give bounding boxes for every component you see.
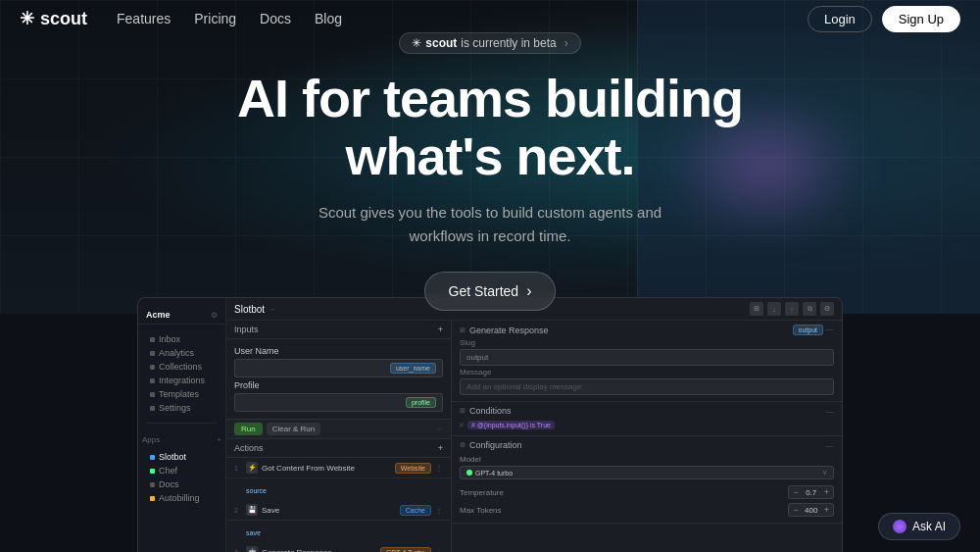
action-1-more[interactable]: ⋮ [435, 464, 443, 473]
chef-icon [150, 469, 155, 474]
inputs-label: Inputs [234, 325, 259, 334]
profile-field[interactable]: profile [234, 393, 443, 412]
toolbar-icon-1[interactable]: ⊞ [750, 302, 763, 316]
autobilling-label: Autobilling [159, 493, 200, 503]
hero-subtitle: Scout gives you the tools to build custo… [314, 201, 666, 248]
action-2[interactable]: 2 💾 Save Cache ⋮ [226, 500, 451, 521]
app-preview: Acme ⚙ Inbox Analytics Collections Integ… [137, 297, 843, 552]
inputs-add[interactable]: + [438, 325, 443, 334]
output-badge: output [793, 325, 823, 335]
sidebar-nav: Inbox Analytics Collections Integrations… [138, 328, 225, 419]
inbox-label: Inbox [159, 334, 180, 344]
action-2-name: Save [262, 506, 396, 515]
sidebar-item-settings[interactable]: Settings [146, 401, 218, 415]
action-3[interactable]: 3 🤖 Generate Response GPT-4 Turbo ⋮ [226, 542, 451, 552]
temperature-value: 0.7 [802, 488, 821, 497]
sidebar-item-analytics[interactable]: Analytics [146, 346, 218, 360]
ask-ai-button[interactable]: Ask AI [878, 513, 960, 540]
docs-icon [150, 482, 155, 487]
toolbar-icon-5[interactable]: ⚙ [820, 302, 834, 316]
actions-add[interactable]: + [438, 443, 443, 453]
nav-docs[interactable]: Docs [260, 11, 291, 26]
docs-label: Docs [159, 479, 179, 489]
conditions-title: ⊞ Conditions [460, 406, 512, 416]
run-options[interactable]: ··· [436, 425, 443, 433]
action-3-icon: 🤖 [246, 546, 258, 552]
sidebar-item-collections[interactable]: Collections [146, 360, 218, 374]
action-3-num: 3 [234, 549, 242, 553]
signup-button[interactable]: Sign Up [882, 6, 960, 32]
model-status-dot [466, 470, 472, 476]
autobilling-icon [150, 496, 155, 501]
sidebar-item-templates[interactable]: Templates [146, 387, 218, 401]
slug-input[interactable]: output [460, 349, 834, 366]
generate-response-header: ⊞ Generate Response output — [460, 325, 834, 335]
ask-ai-orb [893, 520, 906, 533]
run-button[interactable]: Run [234, 423, 263, 435]
sidebar-item-autobilling[interactable]: Autobilling [146, 491, 218, 505]
hero-section: ✳ scout is currently in beta › AI for te… [0, 0, 980, 314]
max-tokens-increase[interactable]: + [824, 505, 829, 515]
section-actions: output — [793, 325, 834, 335]
action-1-tag-row: source [226, 478, 451, 500]
actions-section: Actions + 1 ⚡ Got Content From Website W… [226, 438, 451, 552]
conditions-more[interactable]: — [826, 407, 834, 416]
toolbar-icon-4[interactable]: ⧉ [803, 302, 816, 316]
config-more[interactable]: — [826, 441, 834, 450]
collections-label: Collections [159, 362, 202, 372]
temperature-decrease[interactable]: − [793, 487, 798, 497]
slotbot-label: Slotbot [159, 452, 186, 462]
login-button[interactable]: Login [808, 6, 872, 32]
temperature-label: Temperature [460, 488, 504, 497]
workspace-icon: ⚙ [211, 311, 218, 320]
workspace-name: Acme [146, 310, 171, 320]
config-title: ⚙ Configuration [460, 440, 522, 450]
temperature-increase[interactable]: + [824, 487, 829, 497]
apps-add-icon[interactable]: + [217, 435, 221, 444]
templates-label: Templates [159, 389, 199, 399]
action-2-badge: Cache [400, 505, 431, 516]
action-3-more[interactable]: ⋮ [435, 548, 443, 553]
nav-pricing[interactable]: Pricing [194, 11, 236, 26]
section-more[interactable]: — [826, 325, 834, 335]
sidebar-item-docs[interactable]: Docs [146, 477, 218, 491]
configuration-section: ⚙ Configuration — Model GPT-4 turbo ∨ [452, 436, 842, 524]
max-tokens-stepper[interactable]: − 400 + [788, 503, 834, 517]
max-tokens-decrease[interactable]: − [793, 505, 798, 515]
sidebar-item-integrations[interactable]: Integrations [146, 374, 218, 387]
max-tokens-label: Max Tokens [460, 506, 502, 515]
run-bar: Run Clear & Run ··· [226, 419, 451, 438]
get-started-button[interactable]: Get Started › [424, 272, 557, 311]
get-started-label: Get Started [449, 283, 519, 299]
message-input[interactable]: Add an optional display message [460, 378, 834, 395]
navbar: ✳ scout Features Pricing Docs Blog Login… [0, 0, 980, 37]
toolbar-icon-2[interactable]: ↓ [767, 302, 781, 316]
action-1[interactable]: 1 ⚡ Got Content From Website Website ⋮ [226, 458, 451, 478]
temperature-stepper[interactable]: − 0.7 + [788, 485, 834, 499]
toolbar-icon-3[interactable]: ↑ [785, 302, 799, 316]
clear-run-button[interactable]: Clear & Run [267, 423, 321, 435]
hero-content: ✳ scout is currently in beta › AI for te… [237, 32, 743, 312]
logo-asterisk: ✳ [20, 8, 34, 29]
model-selector[interactable]: GPT-4 turbo ∨ [460, 466, 834, 479]
max-tokens-row: Max Tokens − 400 + [460, 501, 834, 519]
slotbot-icon [150, 455, 155, 460]
sidebar-divider [146, 423, 218, 424]
action-2-tag-row: save [226, 521, 451, 542]
sidebar-item-chef[interactable]: Chef [146, 464, 218, 477]
nav-blog[interactable]: Blog [315, 11, 342, 26]
nav-features[interactable]: Features [117, 11, 171, 26]
sidebar-item-slotbot[interactable]: Slotbot [146, 450, 218, 464]
username-field[interactable]: user_name [234, 359, 443, 377]
action-2-more[interactable]: ⋮ [435, 506, 443, 515]
nav-links: Features Pricing Docs Blog [117, 11, 808, 26]
action-2-tag: save [246, 529, 261, 536]
logo[interactable]: ✳ scout [20, 8, 87, 29]
generate-response-section: ⊞ Generate Response output — Slug output… [452, 321, 842, 402]
model-value: GPT-4 turbo [475, 470, 513, 477]
settings-label: Settings [159, 403, 191, 413]
sidebar-item-inbox[interactable]: Inbox [146, 332, 218, 346]
message-label: Message [460, 368, 834, 376]
toolbar: ⊞ ↓ ↑ ⧉ ⚙ [750, 302, 834, 316]
action-3-badge: GPT-4 Turbo [380, 547, 431, 553]
